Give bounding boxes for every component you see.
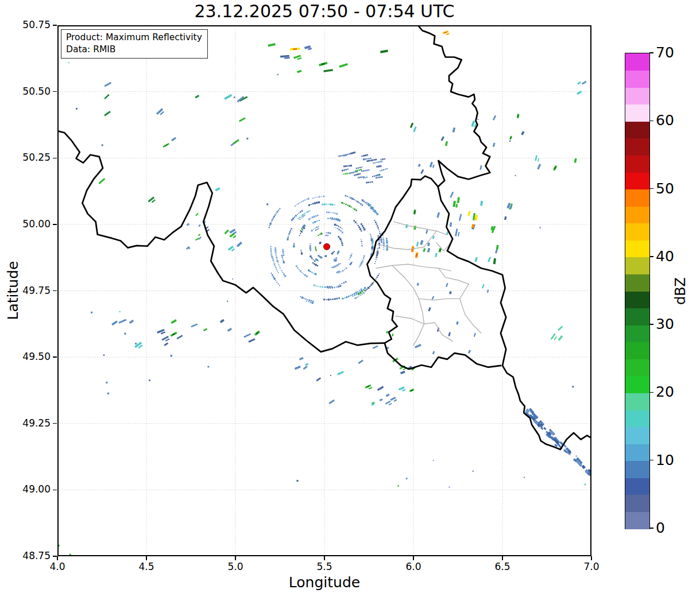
echo-cluster-eifel-band	[451, 192, 512, 264]
radar-echo	[124, 333, 126, 335]
radar-echo	[332, 266, 334, 268]
radar-echo	[302, 229, 303, 230]
radar-echo	[451, 192, 453, 197]
radar-echo	[338, 372, 343, 375]
radar-echo	[361, 166, 362, 168]
radar-echo	[373, 160, 374, 161]
radar-echo	[277, 270, 278, 272]
radar-echo	[368, 160, 370, 162]
radar-echo	[315, 197, 316, 198]
radar-echo	[488, 257, 490, 262]
radar-echo	[376, 259, 377, 260]
radar-echo	[370, 284, 372, 286]
x-axis-label: Longitude	[57, 574, 591, 591]
radar-echo	[436, 253, 437, 257]
radar-echo	[230, 234, 234, 237]
radar-echo	[457, 321, 458, 324]
radar-echo	[237, 242, 242, 246]
radar-echo	[317, 215, 319, 216]
radar-echo	[372, 207, 373, 208]
radar-echo	[299, 202, 300, 203]
radar-echo	[270, 250, 272, 251]
radar-echo	[271, 256, 273, 258]
radar-echo	[339, 219, 341, 221]
radar-echo	[311, 300, 312, 301]
radar-echo	[334, 287, 335, 288]
radar-echo	[288, 233, 290, 235]
radar-echo	[368, 203, 369, 205]
radar-echo	[297, 71, 301, 72]
radar-echo	[191, 324, 198, 327]
radar-echo	[293, 49, 297, 49]
radar-echo	[342, 232, 343, 234]
radar-echo	[274, 263, 276, 265]
radar-echo	[361, 241, 362, 242]
radar-echo	[318, 255, 319, 257]
radar-echo	[334, 212, 335, 214]
radar-echo	[316, 378, 320, 381]
radar-echo	[454, 201, 455, 207]
radar-echo	[323, 196, 325, 197]
radar-echo	[316, 202, 318, 204]
radar-echo	[349, 153, 350, 154]
radar-echo	[350, 295, 351, 296]
radar-echo	[308, 301, 309, 303]
y-tick-mark	[53, 224, 57, 224]
radar-echo	[337, 219, 339, 220]
radar-echo	[415, 211, 415, 213]
radar-echo	[349, 259, 350, 260]
radar-echo	[341, 241, 342, 242]
radar-echo	[331, 286, 332, 288]
radar-echo	[482, 284, 484, 288]
radar-echo	[304, 298, 305, 299]
radar-echo	[366, 202, 368, 203]
radar-echo	[342, 298, 344, 300]
radar-echo	[386, 240, 387, 241]
radar-echo	[381, 241, 382, 242]
radar-echo	[332, 218, 333, 219]
colorbar-segment	[625, 189, 649, 207]
radar-echo	[310, 255, 311, 257]
radar-echo	[366, 182, 368, 184]
radar-echo	[225, 95, 231, 99]
radar-echo	[314, 216, 315, 218]
y-tick-mark	[53, 91, 57, 92]
radar-echo	[310, 271, 311, 272]
radar-echo	[376, 257, 377, 258]
colorbar-segment	[625, 511, 649, 529]
radar-echo	[338, 286, 339, 288]
radar-echo	[355, 200, 357, 201]
radar-echo	[382, 237, 384, 238]
radar-echo	[349, 172, 351, 174]
radar-echo	[359, 228, 361, 230]
radar-echo	[283, 260, 284, 261]
radar-echo	[333, 259, 335, 261]
radar-echo	[564, 450, 567, 453]
radar-echo	[349, 173, 350, 174]
radar-echo	[350, 165, 352, 166]
radar-echo	[373, 244, 374, 245]
radar-echo	[314, 273, 315, 274]
radar-echo	[239, 118, 245, 121]
radar-echo	[429, 308, 431, 311]
radar-echo	[314, 202, 316, 204]
radar-echo	[366, 176, 368, 178]
radar-echo	[119, 320, 126, 323]
radar-echo	[315, 273, 316, 275]
radar-echo	[177, 335, 183, 339]
radar-echo	[389, 404, 392, 405]
x-tick-label: 5.5	[307, 561, 342, 572]
radar-echo	[365, 177, 366, 178]
radar-echo	[215, 188, 219, 191]
radar-echo	[432, 296, 434, 299]
radar-echo	[196, 214, 198, 216]
radar-echo	[382, 242, 385, 245]
admin-border	[376, 266, 405, 278]
radar-echo	[316, 285, 317, 286]
radar-echo	[228, 329, 232, 331]
radar-echo	[378, 241, 380, 242]
colorbar-label: dBZ	[672, 272, 689, 310]
admin-border	[419, 298, 424, 324]
radar-echo	[379, 231, 380, 232]
radar-echo	[293, 243, 295, 244]
